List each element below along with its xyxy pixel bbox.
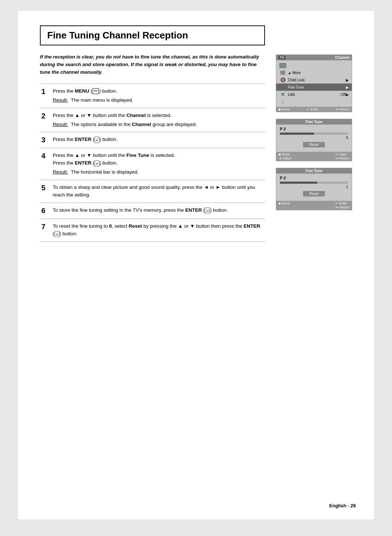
tv-body: ▲ More 🔇 Child Lock ▶ Fine Tune ▶ [276,60,352,105]
step-number: 1 [40,84,50,108]
tv-icon-row-tv [276,62,352,69]
step-instruction-2: Press the ENTER (↵) button. [53,160,117,166]
channel-header-label: Channel [335,56,350,60]
childlock-label: Child Lock [288,78,346,82]
step-number: 6 [40,203,50,219]
step-instruction: Press the ▲ or ▼ button until the Channe… [53,113,172,118]
ft-bar-fill [280,182,317,184]
lna-label: LNA [288,93,339,97]
intro-text: If the reception is clear, you do not ha… [40,53,265,76]
footer-return: ▪▪▪ Return [335,206,350,209]
ft-reset-btn: Reset [303,142,325,147]
ft-bar-fill [280,133,314,135]
childlock-arrow: ▶ [346,78,349,82]
ft-value: 0 [280,136,348,140]
ft-header: Fine Tune [276,168,352,174]
footer-move: ◆ Move [278,107,290,111]
table-row: 1 Press the MENU (▪▪▪) button. Result: T… [40,84,265,108]
page-title: Fine Tuning Channel Reception [40,25,265,45]
footer-move: ◆ Move [278,202,290,205]
result-text: The horizontal bar is displayed. [71,168,139,176]
step-content: To store the fine tuning setting in the … [50,203,265,219]
step-content: To reset the fine tuning to 0, select Re… [50,219,265,242]
footer-adjust: ◄ Adjust [278,157,291,160]
table-row: 3 Press the ENTER (↵) button. [40,132,265,148]
x-icon: ✕ [279,92,286,97]
step-number: 2 [40,108,50,132]
ft-header: Fine Tune [276,119,352,125]
step-number: 4 [40,148,50,180]
volume-icon: 🔇 [279,77,286,83]
ft-footer: ◆ Move ◄ Adjust ↵ Save ▪▪▪ Return [276,152,352,161]
footer-enter: ↵ Enter [307,107,318,111]
tv-row-dots: ⁞ [276,98,352,105]
result-label: Result: [53,97,68,104]
ft-value: 1 [280,185,348,189]
step-content: Press the ▲ or ▼ button until the Channe… [50,108,265,132]
finetune-label: Fine Tune [288,85,346,89]
step-content: Press the ▲ or ▼ button until the Fine T… [50,148,265,180]
tv-screen-finetune-0: Fine Tune P 2 0 Reset ◆ Move ◄ Adjust ↵ … [276,119,352,161]
tv-screen-header: TV Channel [276,55,352,60]
result-text: The main menu is displayed. [71,97,133,104]
step-instruction: Press the MENU (▪▪▪) button. [53,88,117,94]
ft-bar-container [280,133,348,135]
step-content: To obtain a sharp and clear picture and … [50,180,265,203]
result-text: The options available in the Channel gro… [71,121,197,129]
right-column: TV Channel [276,25,356,498]
step-instruction: To obtain a sharp and clear picture and … [53,184,255,198]
result-label: Result: [53,168,68,176]
lna-arrow: ▶ [346,93,349,97]
tv-screen-channel: TV Channel [276,54,352,112]
table-row: 2 Press the ▲ or ▼ button until the Chan… [40,108,265,132]
step-instruction: To store the fine tuning setting in the … [53,207,228,213]
table-row: 5 To obtain a sharp and clear picture an… [40,180,265,203]
ft-body: P 2 1 Reset [276,174,352,201]
ft-p-label: P 2 [280,176,348,180]
more-label: ▲ More [288,71,349,75]
footer-return: ▪▪▪ Return [335,107,350,111]
footer-enter: ↵ Enter [335,202,350,205]
ft-p-label: P 2 [280,127,348,131]
lna-separator: : [339,93,340,97]
tv-icon [279,62,286,68]
step-content: Press the ENTER (↵) button. [50,132,265,148]
list-lines-icon [280,71,285,74]
tv-label: TV [278,56,286,60]
footer-save: ↵ Save [335,153,350,156]
steps-table: 1 Press the MENU (▪▪▪) button. Result: T… [40,84,265,242]
table-row: 7 To reset the fine tuning to 0, select … [40,219,265,242]
step-instruction: Press the ENTER (↵) button. [53,137,117,142]
page: Fine Tuning Channel Reception If the rec… [18,11,374,519]
tv-screen-finetune-1: Fine Tune P 2 1 Reset ◆ Move ↵ Enter ▪▪▪… [276,168,352,210]
step-number: 7 [40,219,50,242]
page-number: English - 29 [329,503,356,508]
ft-body: P 2 0 Reset [276,125,352,152]
step-instruction: To reset the fine tuning to 0, select Re… [53,223,260,236]
tv-icon-tv [279,63,286,68]
ft-footer: ◆ Move ↵ Enter ▪▪▪ Return [276,201,352,210]
lna-value: Off [341,93,346,97]
footer-move: ◆ Move [278,153,291,156]
step-instruction: Press the ▲ or ▼ button until the Fine T… [53,153,175,158]
footer-return: ▪▪▪ Return [335,157,350,160]
tv-row-childlock: 🔇 Child Lock ▶ [276,76,352,84]
result-label: Result: [53,121,68,129]
ft-reset-btn: Reset [303,191,325,196]
tv-footer: ◆ Move ↵ Enter ▪▪▪ Return [276,107,352,112]
table-row: 4 Press the ▲ or ▼ button until the Fine… [40,148,265,180]
table-row: 6 To store the fine tuning setting in th… [40,203,265,219]
finetune-arrow: ▶ [346,85,349,89]
ft-bar-container [280,182,348,184]
tv-row-lna: ✕ LNA : Off ▶ [276,91,352,98]
list-icon [279,70,286,76]
tv-row-finetune: Fine Tune ▶ [276,84,352,91]
step-number: 5 [40,180,50,203]
dots-icon: ⁞ [279,99,286,105]
left-column: Fine Tuning Channel Reception If the rec… [40,25,265,498]
tv-row-more: ▲ More [276,69,352,76]
step-content: Press the MENU (▪▪▪) button. Result: The… [50,84,265,108]
step-number: 3 [40,132,50,148]
